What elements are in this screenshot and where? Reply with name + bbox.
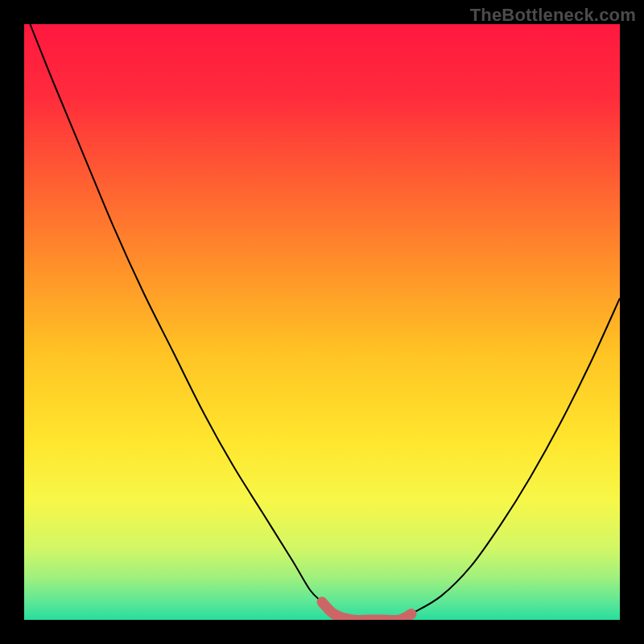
watermark-text: TheBottleneck.com [470, 5, 636, 26]
chart-svg [24, 24, 620, 620]
bottleneck-curve-path [30, 24, 620, 620]
plot-area [24, 24, 620, 620]
outer-frame: TheBottleneck.com [0, 0, 644, 644]
optimal-range-marker-path [322, 602, 411, 620]
